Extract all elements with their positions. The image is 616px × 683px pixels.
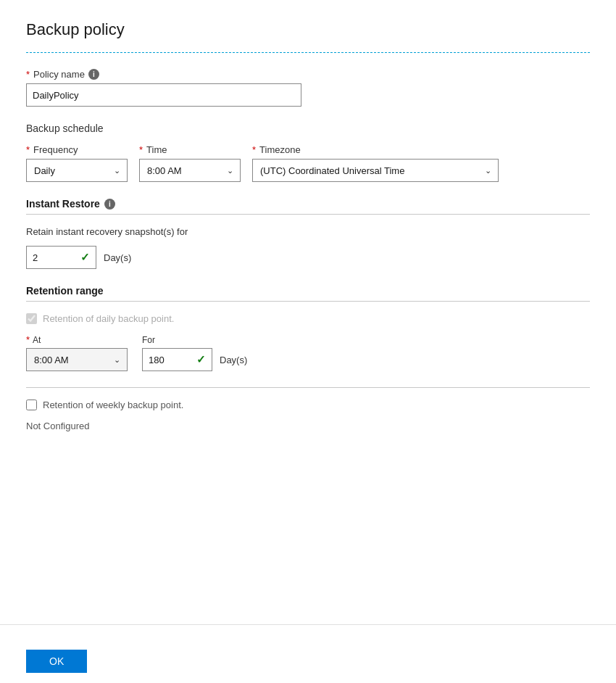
for-input-wrapper: ✓ bbox=[142, 348, 212, 371]
daily-retention-label: Retention of daily backup point. bbox=[43, 313, 174, 324]
timezone-group: * Timezone (UTC) Coordinated Universal T… bbox=[252, 144, 499, 182]
policy-name-label: * Policy name i bbox=[26, 69, 590, 80]
policy-name-section: * Policy name i bbox=[26, 69, 590, 107]
at-label: * At bbox=[26, 334, 128, 345]
at-select-wrapper: 8:00 AM 9:00 AM ⌄ bbox=[26, 348, 128, 371]
weekly-retention-label: Retention of weekly backup point. bbox=[43, 400, 183, 410]
instant-restore-days-input[interactable] bbox=[33, 252, 76, 263]
for-check-icon: ✓ bbox=[196, 353, 206, 366]
for-value-row: ✓ Day(s) bbox=[142, 348, 247, 371]
at-for-row: * At 8:00 AM 9:00 AM ⌄ For ✓ bbox=[26, 334, 590, 371]
required-star-freq: * bbox=[26, 144, 30, 155]
retention-range-section: Retention range Retention of daily backu… bbox=[26, 285, 590, 371]
weekly-retention-checkbox[interactable] bbox=[26, 400, 37, 410]
daily-retention-checkbox-wrapper: Retention of daily backup point. bbox=[26, 313, 590, 324]
weekly-retention-checkbox-wrapper: Retention of weekly backup point. bbox=[26, 400, 590, 410]
instant-restore-divider bbox=[26, 214, 590, 215]
schedule-fields-row: * Frequency Daily Weekly Monthly ⌄ * Tim… bbox=[26, 144, 590, 182]
at-time-select[interactable]: 8:00 AM 9:00 AM bbox=[26, 348, 128, 371]
for-days-input[interactable] bbox=[149, 355, 192, 365]
required-star-at: * bbox=[26, 334, 30, 345]
timezone-label: * Timezone bbox=[252, 144, 499, 155]
timezone-select[interactable]: (UTC) Coordinated Universal Time (UTC+01… bbox=[252, 159, 499, 182]
ok-button[interactable]: OK bbox=[26, 650, 87, 673]
time-label: * Time bbox=[139, 144, 241, 155]
time-group: * Time 8:00 AM 9:00 AM ⌄ bbox=[139, 144, 241, 182]
weekly-retention-section: Retention of weekly backup point. Not Co… bbox=[26, 387, 590, 431]
policy-name-info-icon[interactable]: i bbox=[88, 69, 99, 80]
instant-restore-unit: Day(s) bbox=[104, 252, 131, 263]
instant-restore-section: Instant Restore i Retain instant recover… bbox=[26, 198, 590, 269]
not-configured-label: Not Configured bbox=[26, 421, 590, 431]
for-label: For bbox=[142, 335, 247, 345]
required-star-tz: * bbox=[252, 144, 256, 155]
top-divider bbox=[26, 52, 590, 53]
for-field: For ✓ Day(s) bbox=[142, 335, 247, 371]
time-select-wrapper: 8:00 AM 9:00 AM ⌄ bbox=[139, 159, 241, 182]
policy-name-input[interactable] bbox=[26, 83, 301, 107]
required-star-time: * bbox=[139, 144, 143, 155]
instant-restore-info-icon[interactable]: i bbox=[104, 199, 115, 210]
daily-retention-checkbox[interactable] bbox=[26, 313, 37, 324]
at-field: * At 8:00 AM 9:00 AM ⌄ bbox=[26, 334, 128, 371]
required-star-policy: * bbox=[26, 69, 30, 80]
instant-restore-header: Instant Restore i bbox=[26, 198, 590, 210]
weekly-divider bbox=[26, 387, 590, 388]
frequency-select[interactable]: Daily Weekly Monthly bbox=[26, 159, 128, 182]
frequency-group: * Frequency Daily Weekly Monthly ⌄ bbox=[26, 144, 128, 182]
backup-schedule-label: Backup schedule bbox=[26, 123, 590, 134]
retention-range-header: Retention range bbox=[26, 285, 590, 297]
footer-area: OK bbox=[0, 624, 616, 683]
for-days-unit: Day(s) bbox=[220, 355, 247, 365]
instant-restore-value-row: ✓ Day(s) bbox=[26, 246, 590, 269]
frequency-select-wrapper: Daily Weekly Monthly ⌄ bbox=[26, 159, 128, 182]
time-select[interactable]: 8:00 AM 9:00 AM bbox=[139, 159, 241, 182]
frequency-label: * Frequency bbox=[26, 144, 128, 155]
backup-policy-panel: Backup policy * Policy name i Backup sch… bbox=[0, 0, 616, 683]
retain-label: Retain instant recovery snapshot(s) for bbox=[26, 226, 590, 237]
backup-schedule-section: Backup schedule * Frequency Daily Weekly… bbox=[26, 123, 590, 182]
retention-range-divider bbox=[26, 301, 590, 302]
instant-restore-input-wrapper: ✓ bbox=[26, 246, 96, 269]
instant-restore-check-icon: ✓ bbox=[80, 251, 90, 264]
timezone-select-wrapper: (UTC) Coordinated Universal Time (UTC+01… bbox=[252, 159, 499, 182]
page-title: Backup policy bbox=[26, 20, 590, 39]
